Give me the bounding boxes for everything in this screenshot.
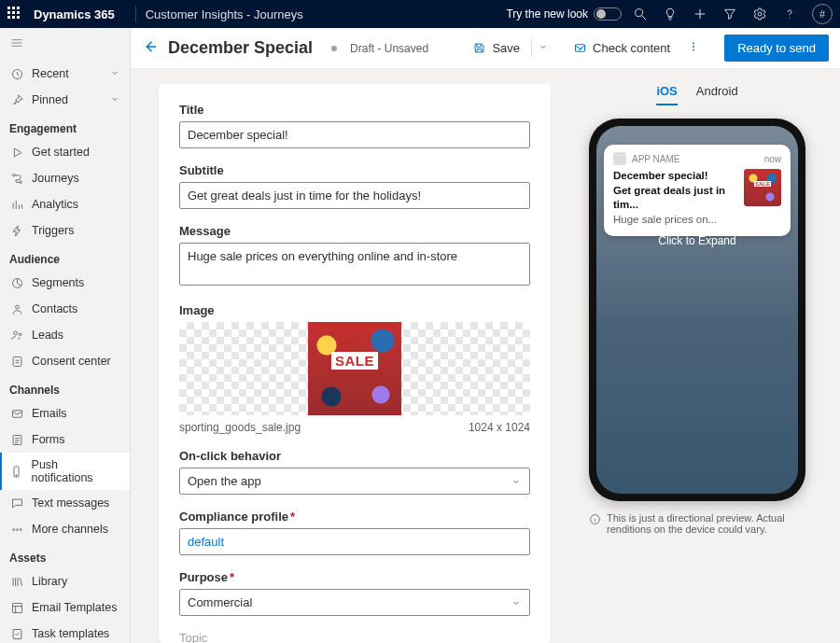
nav-contacts[interactable]: Contacts <box>0 296 130 322</box>
library-icon <box>9 574 24 589</box>
clock-icon <box>9 66 24 81</box>
hamburger-icon[interactable] <box>0 28 130 61</box>
notif-image: SALE <box>744 169 781 206</box>
nav-consent-center[interactable]: Consent center <box>0 348 130 374</box>
preview-disclaimer: This is just a directional preview. Actu… <box>589 512 805 535</box>
phone-frame: APP NAME now December special! Get great… <box>589 119 805 501</box>
back-button[interactable] <box>142 38 159 58</box>
nav-group-audience: Audience <box>0 244 130 270</box>
image-well[interactable]: SALE <box>179 322 530 415</box>
more-channels-icon <box>9 522 24 537</box>
chevron-down-icon <box>109 93 120 107</box>
help-icon[interactable] <box>782 7 797 21</box>
nav-label: Emails <box>32 407 67 420</box>
nav-label: Library <box>32 575 67 588</box>
notification-card: APP NAME now December special! Get great… <box>604 145 791 236</box>
try-new-look-label: Try the new look <box>506 7 588 21</box>
nav-emails[interactable]: Emails <box>0 400 130 426</box>
trigger-icon <box>9 223 24 238</box>
app-launcher-icon[interactable] <box>7 7 22 21</box>
chevron-down-icon <box>109 67 120 81</box>
push-form-card: Title Subtitle Message Image SALE <box>159 84 551 643</box>
onclick-select[interactable]: Open the app <box>179 468 530 495</box>
nav-label: Pinned <box>32 93 68 106</box>
nav-more-channels[interactable]: More channels <box>0 516 130 542</box>
subtitle-input[interactable] <box>179 182 530 209</box>
svg-point-20 <box>16 474 17 475</box>
svg-line-1 <box>642 16 646 20</box>
save-button[interactable]: Save <box>470 37 522 59</box>
title-input[interactable] <box>179 121 530 148</box>
brand-label: Dynamics 365 <box>34 7 115 21</box>
svg-rect-24 <box>12 603 21 612</box>
nav-pinned[interactable]: Pinned <box>0 87 130 113</box>
svg-rect-19 <box>14 466 19 476</box>
check-label: Check content <box>593 41 670 55</box>
nav-get-started[interactable]: Get started <box>0 139 130 165</box>
tab-android[interactable]: Android <box>696 84 738 105</box>
plus-icon[interactable] <box>693 7 707 21</box>
person-icon <box>9 301 24 316</box>
nav-segments[interactable]: Segments <box>0 270 130 296</box>
nav-label: Analytics <box>32 198 78 211</box>
status-text: Draft - Unsaved <box>350 42 428 55</box>
nav-library[interactable]: Library <box>0 568 130 594</box>
check-content-button[interactable]: Check content <box>571 37 672 59</box>
click-to-expand[interactable]: Click to Expand <box>596 234 798 247</box>
save-label: Save <box>492 41 520 55</box>
svg-point-31 <box>693 43 694 45</box>
nav-label: Journeys <box>32 172 79 185</box>
lightbulb-icon[interactable] <box>663 7 678 21</box>
svg-point-4 <box>758 12 762 16</box>
svg-point-14 <box>13 331 17 335</box>
compliance-value: default <box>188 535 522 549</box>
svg-rect-30 <box>576 45 585 52</box>
nav-analytics[interactable]: Analytics <box>0 191 130 217</box>
nav-forms[interactable]: Forms <box>0 426 130 453</box>
svg-rect-25 <box>13 629 21 638</box>
nav-triggers[interactable]: Triggers <box>0 217 130 244</box>
nav-email-templates[interactable]: Email Templates <box>0 594 130 621</box>
gear-icon[interactable] <box>752 7 767 21</box>
try-new-look-toggle[interactable] <box>594 7 622 21</box>
message-input[interactable] <box>179 243 530 286</box>
nav-journeys[interactable]: Journeys <box>0 165 130 191</box>
onclick-value: Open the app <box>188 474 511 488</box>
subtitle-label: Subtitle <box>179 163 530 177</box>
play-icon <box>9 145 24 160</box>
journey-icon <box>9 171 24 186</box>
save-split-chevron[interactable] <box>531 39 553 57</box>
ready-to-send-button[interactable]: Ready to send <box>724 35 829 62</box>
more-actions-button[interactable] <box>681 40 706 56</box>
nav-task-templates[interactable]: Task templates <box>0 621 130 643</box>
svg-point-0 <box>636 9 643 17</box>
purpose-label: Purpose* <box>179 570 530 584</box>
segments-icon <box>9 275 24 290</box>
user-avatar[interactable]: # <box>812 4 833 24</box>
form-icon <box>9 432 24 447</box>
svg-point-13 <box>15 305 19 309</box>
notif-time: now <box>764 154 781 164</box>
nav-label: Segments <box>32 276 84 289</box>
svg-point-33 <box>693 49 694 51</box>
compliance-select[interactable]: default <box>179 528 530 555</box>
filter-icon[interactable] <box>722 7 737 21</box>
nav-leads[interactable]: Leads <box>0 322 130 348</box>
tab-ios[interactable]: iOS <box>656 84 677 105</box>
purpose-select[interactable]: Commercial <box>179 589 530 616</box>
search-icon[interactable] <box>633 7 648 21</box>
divider <box>135 6 136 22</box>
nav-push-notifications[interactable]: Push notifications <box>0 453 130 490</box>
title-label: Title <box>179 103 530 117</box>
phone-screen: APP NAME now December special! Get great… <box>596 126 798 494</box>
pin-icon <box>9 92 24 107</box>
nav-label: Consent center <box>32 355 111 368</box>
app-name-label: APP NAME <box>632 154 680 164</box>
image-thumbnail: SALE <box>308 322 401 415</box>
nav-label: Text messages <box>32 496 109 510</box>
nav-label: Forms <box>32 433 64 446</box>
template-icon <box>9 600 24 615</box>
notif-message: Huge sale prices on... <box>613 213 736 228</box>
nav-text-messages[interactable]: Text messages <box>0 490 130 516</box>
nav-recent[interactable]: Recent <box>0 61 130 87</box>
